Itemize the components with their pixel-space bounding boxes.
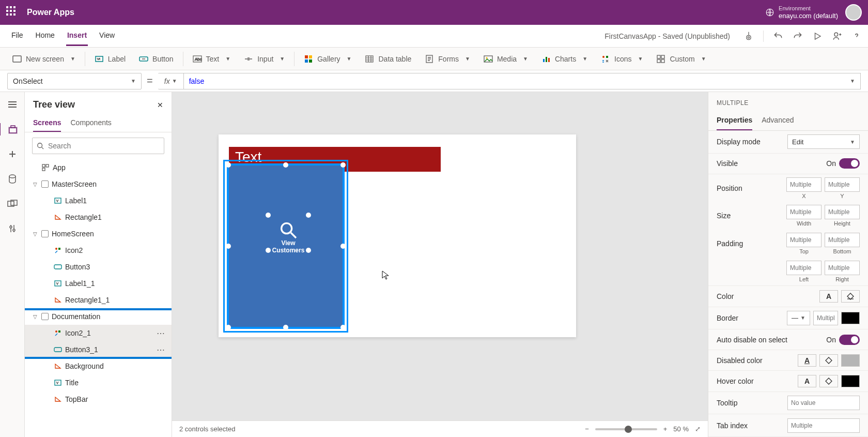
label-button[interactable]: Label <box>88 51 132 67</box>
environment-selector[interactable]: Environment enayu.com (default) <box>765 5 838 20</box>
custom-dropdown[interactable]: Custom ▼ <box>650 51 712 67</box>
app-icon <box>41 163 50 172</box>
tree-item-title[interactable]: Title <box>25 374 172 391</box>
canvas-selected-icon[interactable]: View Customers <box>268 215 309 251</box>
tree-item-label1-1[interactable]: Label1_1 <box>25 275 172 292</box>
size-width-input[interactable] <box>786 205 822 219</box>
tab-advanced[interactable]: Advanced <box>762 111 794 130</box>
tree-item-icon2-1[interactable]: Icon2_1 ⋯ <box>25 325 172 341</box>
tab-components[interactable]: Components <box>70 114 111 132</box>
tooltip-input[interactable] <box>787 396 860 410</box>
input-dropdown[interactable]: Input ▼ <box>238 51 291 67</box>
disabled-fill-color[interactable] <box>819 354 838 367</box>
size-height-input[interactable] <box>825 205 860 219</box>
checkbox[interactable] <box>41 313 49 320</box>
tree-item-button3[interactable]: Button3 <box>25 259 172 275</box>
datatable-button[interactable]: Data table <box>359 51 417 67</box>
close-icon[interactable]: ✕ <box>157 101 163 109</box>
tree-item-rectangle1-1[interactable]: Rectangle1_1 <box>25 292 172 308</box>
checkbox[interactable] <box>41 180 49 188</box>
tree-item-homescreen[interactable]: ▽ HomeScreen <box>25 225 172 242</box>
fit-icon[interactable]: ⤢ <box>695 425 701 433</box>
chevron-down-icon[interactable]: ▽ <box>32 182 38 187</box>
advanced-tools-icon[interactable] <box>6 222 19 235</box>
menu-home[interactable]: Home <box>35 26 56 46</box>
prop-tooltip: Tooltip <box>708 392 868 415</box>
zoom-out-icon[interactable]: − <box>585 425 589 433</box>
canvas-area[interactable]: Text View Customers <box>172 92 708 437</box>
tree-item-app[interactable]: ▼ App <box>25 159 172 176</box>
padding-right-input[interactable] <box>825 261 860 275</box>
undo-icon[interactable] <box>773 31 783 41</box>
menu-view[interactable]: View <box>98 26 116 46</box>
gallery-dropdown[interactable]: Gallery ▼ <box>298 51 358 67</box>
search-input[interactable] <box>32 138 164 154</box>
canvas-selected-button[interactable]: View Customers <box>227 163 345 329</box>
property-selector[interactable]: OnSelect ▼ <box>7 73 142 89</box>
media-pane-icon[interactable] <box>6 198 19 210</box>
forms-dropdown[interactable]: Forms ▼ <box>419 51 476 67</box>
border-color-button[interactable] <box>841 312 860 324</box>
tree-view-icon[interactable] <box>0 123 24 135</box>
button-button[interactable]: Button <box>133 51 179 67</box>
tree-item-background[interactable]: Background <box>25 358 172 374</box>
hover-font-color[interactable]: A <box>798 375 816 387</box>
svg-rect-16 <box>543 59 545 62</box>
fill-color-button[interactable] <box>841 290 860 303</box>
padding-top-input[interactable] <box>786 233 822 247</box>
text-dropdown[interactable]: Abc Text ▼ <box>187 51 237 67</box>
padding-bottom-input[interactable] <box>825 233 860 247</box>
display-mode-select[interactable]: Edit ▼ <box>787 134 860 149</box>
help-icon[interactable] <box>851 31 862 41</box>
insert-pane-icon[interactable] <box>6 148 19 160</box>
position-x-input[interactable] <box>786 177 822 192</box>
data-icon[interactable] <box>6 173 19 185</box>
play-icon[interactable] <box>812 31 823 41</box>
chevron-down-icon[interactable]: ▽ <box>32 314 38 320</box>
tree-item-icon2[interactable]: Icon2 <box>25 242 172 259</box>
hamburger-icon[interactable] <box>6 98 19 111</box>
border-style-select[interactable]: —▼ <box>787 311 810 325</box>
tree-item-topbar[interactable]: TopBar <box>25 391 172 408</box>
chevron-down-icon: ▼ <box>465 56 470 62</box>
formula-input[interactable]: false ▼ <box>184 73 861 89</box>
app-checker-icon[interactable] <box>743 31 754 41</box>
tree-item-button3-1[interactable]: Button3_1 ⋯ <box>25 341 172 358</box>
tab-screens[interactable]: Screens <box>33 114 61 132</box>
tree-item-documentation[interactable]: ▽ Documentation <box>25 308 172 325</box>
tree-item-rectangle1[interactable]: Rectangle1 <box>25 209 172 225</box>
more-icon[interactable]: ⋯ <box>157 345 165 355</box>
hover-fill-color[interactable] <box>819 375 838 387</box>
chevron-down-icon[interactable]: ▽ <box>32 231 38 237</box>
share-icon[interactable] <box>832 31 842 41</box>
visible-toggle[interactable] <box>839 158 860 169</box>
charts-dropdown[interactable]: Charts ▼ <box>535 51 594 67</box>
avatar[interactable] <box>845 4 862 21</box>
checkbox[interactable] <box>41 230 49 237</box>
hover-border-color[interactable] <box>841 375 860 387</box>
auto-disable-toggle[interactable] <box>839 335 860 345</box>
position-y-input[interactable] <box>825 177 860 192</box>
zoom-slider[interactable] <box>595 428 657 430</box>
disabled-font-color[interactable]: A <box>798 354 816 367</box>
media-dropdown[interactable]: Media ▼ <box>477 51 534 67</box>
menu-file[interactable]: File <box>10 26 24 46</box>
disabled-border-color[interactable] <box>841 354 860 367</box>
padding-left-input[interactable] <box>786 261 822 275</box>
tree-item-label1[interactable]: Label1 <box>25 192 172 209</box>
zoom-in-icon[interactable]: + <box>663 425 668 433</box>
search-field[interactable] <box>48 142 160 150</box>
redo-icon[interactable] <box>793 31 803 41</box>
app-launcher-icon[interactable] <box>6 6 19 19</box>
menu-insert[interactable]: Insert <box>66 26 88 46</box>
tabindex-input[interactable] <box>787 418 860 433</box>
border-width-input[interactable] <box>813 311 838 325</box>
more-icon[interactable]: ⋯ <box>157 328 165 338</box>
tab-properties[interactable]: Properties <box>717 111 752 130</box>
new-screen-button[interactable]: New screen ▼ <box>6 51 82 67</box>
icons-dropdown[interactable]: Icons ▼ <box>595 51 649 67</box>
canvas-screen[interactable]: Text View Customers <box>219 134 576 337</box>
fx-label[interactable]: fx ▼ <box>158 73 184 89</box>
tree-item-masterscreen[interactable]: ▽ MasterScreen <box>25 176 172 192</box>
font-color-button[interactable]: A <box>819 290 838 303</box>
